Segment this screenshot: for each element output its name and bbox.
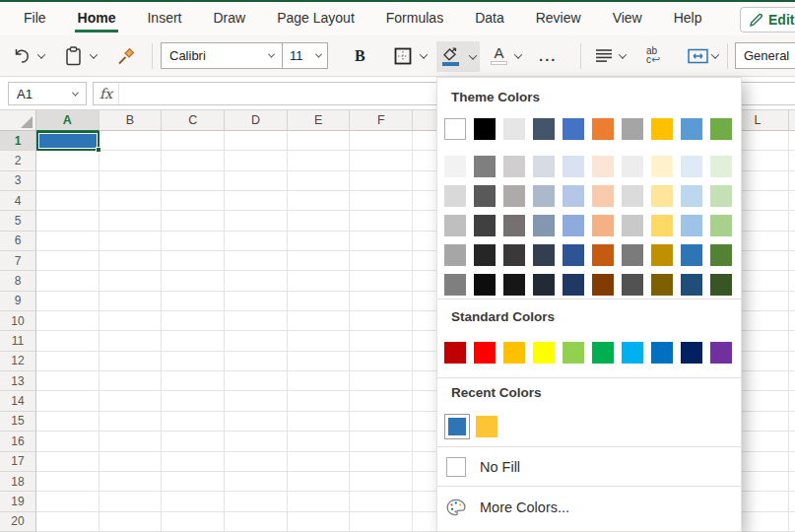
recent-color-selected[interactable] — [444, 414, 470, 439]
theme-color-aeaaaa[interactable] — [503, 185, 525, 207]
cell-C20[interactable] — [162, 512, 225, 532]
cell-M4[interactable] — [789, 191, 795, 211]
cell-C16[interactable] — [162, 432, 225, 451]
standard-color-00b050[interactable] — [592, 342, 614, 364]
cell-E1[interactable] — [288, 131, 351, 151]
cell-B15[interactable] — [99, 412, 163, 432]
theme-color-4472c4[interactable] — [563, 118, 584, 140]
cell-M19[interactable] — [789, 492, 795, 511]
cell-M14[interactable] — [789, 391, 795, 411]
cell-A18[interactable] — [36, 472, 99, 492]
theme-color-e7e6e6[interactable] — [503, 118, 525, 140]
tab-insert[interactable]: Insert — [131, 2, 197, 35]
theme-color-404040[interactable] — [474, 215, 496, 236]
cell-D15[interactable] — [225, 412, 288, 432]
theme-color-f2f2f2[interactable] — [444, 156, 466, 177]
theme-color-deebf7[interactable] — [681, 156, 702, 177]
theme-color-bdd7ee[interactable] — [681, 185, 702, 207]
cell-B19[interactable] — [99, 492, 163, 511]
theme-color-1f3864[interactable] — [563, 274, 584, 296]
tab-page-layout[interactable]: Page Layout — [261, 2, 370, 35]
cell-C19[interactable] — [162, 492, 225, 511]
standard-color-ffff00[interactable] — [533, 342, 555, 364]
row-header-20[interactable]: 20 — [0, 512, 36, 532]
tab-file[interactable]: File — [8, 2, 62, 35]
column-header-D[interactable]: D — [225, 110, 288, 131]
cell-D1[interactable] — [225, 131, 288, 151]
theme-color-d9e2f3[interactable] — [563, 156, 584, 177]
paste-button[interactable] — [65, 35, 82, 76]
theme-color-7b7b7b[interactable] — [622, 244, 643, 266]
cell-C2[interactable] — [162, 151, 225, 170]
theme-color-a5a5a5[interactable] — [622, 118, 643, 140]
cell-B11[interactable] — [99, 331, 163, 351]
theme-color-548235[interactable] — [710, 244, 732, 266]
cell-D5[interactable] — [225, 211, 288, 231]
cell-F8[interactable] — [350, 271, 413, 291]
cell-B3[interactable] — [99, 171, 163, 191]
row-header-13[interactable]: 13 — [0, 371, 36, 391]
row-header-6[interactable]: 6 — [0, 232, 36, 251]
cell-B18[interactable] — [99, 472, 163, 492]
theme-color-333f50[interactable] — [533, 244, 555, 266]
cell-F14[interactable] — [350, 391, 413, 411]
wrap-text-button[interactable]: ab c↩ — [646, 35, 660, 76]
cell-C9[interactable] — [162, 292, 225, 311]
cell-M6[interactable] — [789, 232, 795, 251]
theme-color-ffffff[interactable] — [444, 118, 466, 140]
cell-M10[interactable] — [789, 311, 795, 331]
cell-M16[interactable] — [789, 432, 795, 451]
bold-button[interactable]: B — [355, 35, 365, 76]
cell-M9[interactable] — [789, 292, 795, 311]
theme-color-8faadc[interactable] — [563, 215, 584, 236]
cell-M11[interactable] — [789, 331, 795, 351]
cell-A4[interactable] — [36, 191, 99, 211]
cell-M18[interactable] — [789, 472, 795, 492]
column-header-B[interactable]: B — [99, 110, 163, 131]
cell-B9[interactable] — [99, 292, 163, 311]
cell-A5[interactable] — [36, 211, 99, 231]
cell-D7[interactable] — [225, 251, 288, 271]
recent-color-2e75b6[interactable] — [448, 418, 466, 435]
theme-color-2e75b6[interactable] — [681, 244, 702, 266]
row-header-16[interactable]: 16 — [0, 432, 36, 451]
row-header-2[interactable]: 2 — [0, 151, 36, 170]
theme-color-0d0d0d[interactable] — [474, 274, 496, 296]
borders-menu-chevron[interactable] — [421, 35, 427, 76]
cell-M2[interactable] — [789, 151, 795, 170]
theme-color-fbe5d6[interactable] — [592, 156, 614, 177]
theme-color-f4b183[interactable] — [592, 215, 614, 236]
cell-A8[interactable] — [36, 271, 99, 291]
cell-A14[interactable] — [36, 391, 99, 411]
theme-color-7f6000[interactable] — [651, 274, 673, 296]
cell-E6[interactable] — [288, 232, 351, 251]
cell-C8[interactable] — [162, 271, 225, 291]
standard-color-ff0000[interactable] — [474, 342, 496, 364]
cell-D9[interactable] — [225, 292, 288, 311]
cell-F7[interactable] — [350, 251, 413, 271]
select-all-corner[interactable] — [0, 110, 36, 131]
cell-A9[interactable] — [36, 292, 99, 311]
row-header-8[interactable]: 8 — [0, 271, 36, 291]
row-header-14[interactable]: 14 — [0, 391, 36, 411]
cell-C7[interactable] — [162, 251, 225, 271]
cell-B8[interactable] — [99, 271, 163, 291]
cell-E8[interactable] — [288, 271, 351, 291]
cell-F3[interactable] — [350, 171, 413, 191]
cell-B20[interactable] — [99, 512, 163, 532]
cell-F5[interactable] — [350, 211, 413, 231]
cell-E2[interactable] — [288, 151, 351, 170]
tab-review[interactable]: Review — [520, 2, 597, 35]
cell-A2[interactable] — [36, 151, 99, 170]
theme-color-ffc000[interactable] — [651, 118, 673, 140]
cell-F19[interactable] — [350, 492, 413, 511]
theme-color-833c00[interactable] — [592, 274, 614, 296]
theme-color-acb9ca[interactable] — [533, 185, 555, 207]
theme-color-7f7f7f[interactable] — [474, 156, 496, 177]
cell-C13[interactable] — [162, 371, 225, 391]
cell-C15[interactable] — [162, 412, 225, 432]
editing-mode-button[interactable]: Editing — [740, 7, 795, 33]
theme-color-262626[interactable] — [474, 244, 496, 266]
cell-C1[interactable] — [162, 131, 225, 151]
cell-E9[interactable] — [288, 292, 351, 311]
